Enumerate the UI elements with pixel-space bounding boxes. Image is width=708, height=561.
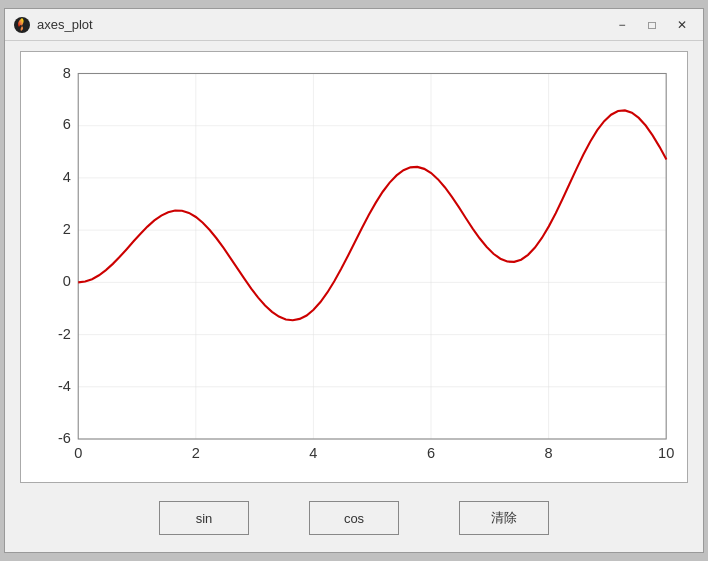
svg-text:6: 6	[427, 445, 435, 461]
svg-text:-4: -4	[58, 377, 71, 393]
svg-text:2: 2	[192, 445, 200, 461]
svg-text:10: 10	[658, 445, 674, 461]
svg-text:0: 0	[63, 273, 71, 289]
window-controls: − □ ✕	[609, 14, 695, 36]
window-title: axes_plot	[37, 17, 609, 32]
svg-text:4: 4	[309, 445, 317, 461]
restore-button[interactable]: □	[639, 14, 665, 36]
plot-area: 8 6 4 2 0 -2 -4 -6 0 2 4 6 8 10	[5, 41, 703, 552]
clear-button[interactable]: 清除	[459, 501, 549, 535]
button-row: sin cos 清除	[20, 483, 688, 547]
cos-button[interactable]: cos	[309, 501, 399, 535]
svg-text:2: 2	[63, 220, 71, 236]
svg-text:4: 4	[63, 169, 71, 185]
svg-text:-6: -6	[58, 430, 71, 446]
main-window: axes_plot − □ ✕	[4, 8, 704, 553]
minimize-button[interactable]: −	[609, 14, 635, 36]
svg-text:8: 8	[545, 445, 553, 461]
svg-text:8: 8	[63, 65, 71, 81]
chart-container: 8 6 4 2 0 -2 -4 -6 0 2 4 6 8 10	[20, 51, 688, 483]
app-icon	[13, 16, 31, 34]
titlebar: axes_plot − □ ✕	[5, 9, 703, 41]
svg-rect-1	[21, 52, 687, 482]
svg-text:0: 0	[74, 445, 82, 461]
chart-svg: 8 6 4 2 0 -2 -4 -6 0 2 4 6 8 10	[21, 52, 687, 482]
svg-text:6: 6	[63, 116, 71, 132]
close-button[interactable]: ✕	[669, 14, 695, 36]
svg-text:-2: -2	[58, 326, 71, 342]
sin-button[interactable]: sin	[159, 501, 249, 535]
